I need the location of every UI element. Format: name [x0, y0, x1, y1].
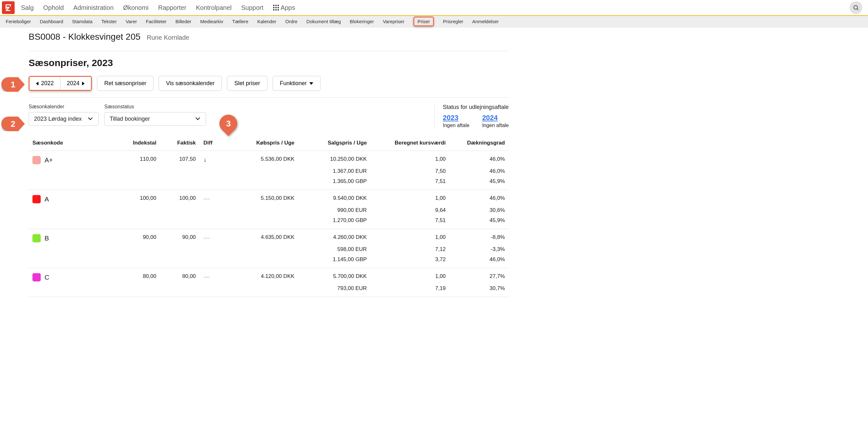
functions-dropdown[interactable]: Funktioner — [273, 76, 320, 91]
edit-season-prices-button[interactable]: Ret sæsonpriser — [97, 76, 154, 91]
prev-year-label: 2022 — [41, 80, 54, 87]
tab-ferieboliger[interactable]: Ferieboliger — [6, 17, 31, 26]
tab-ordre[interactable]: Ordre — [285, 17, 297, 26]
tab-blokeringer[interactable]: Blokeringer — [350, 17, 374, 26]
season-status-value: Tillad bookinger — [110, 115, 150, 122]
season-status-label: Sæsonstatus — [104, 104, 206, 110]
tab-billeder[interactable]: Billeder — [176, 17, 191, 26]
col-season: Sæsonkode — [29, 137, 101, 151]
cell-buy — [219, 215, 298, 229]
table-row: 1.365,00 GBP7,5145,9% — [29, 176, 509, 190]
cell-actual: 107,50 — [160, 151, 200, 166]
season-swatch — [32, 234, 41, 242]
menu-admin[interactable]: Administration — [73, 4, 114, 11]
prices-table: Sæsonkode Indekstal Faktisk Diff Købspri… — [29, 137, 509, 297]
cell-diff — [200, 176, 219, 190]
table-row: 990,00 EUR9,6430,6% — [29, 205, 509, 215]
season-code: B — [44, 234, 49, 242]
season-calendar-field: Sæsonkalender 2023 Lørdag index — [29, 104, 99, 126]
menu-rapporter[interactable]: Rapporter — [158, 4, 186, 11]
cell-index — [101, 244, 160, 255]
tab-dashboard[interactable]: Dashboard — [40, 17, 63, 26]
status-title: Status for udlejningsaftale — [443, 104, 509, 110]
tab-tekster[interactable]: Tekster — [101, 17, 117, 26]
tab-stamdata[interactable]: Stamdata — [72, 17, 93, 26]
cell-rate: 7,51 — [371, 176, 450, 190]
menu-apps-label: Apps — [281, 4, 296, 11]
delete-prices-button[interactable]: Slet priser — [227, 76, 268, 91]
season-code: C — [44, 273, 49, 281]
cell-buy: 4.635,00 DKK — [219, 229, 298, 245]
cell-coverage: -8,8% — [450, 229, 509, 245]
sub-nav: Ferieboliger Dashboard Stamdata Tekster … — [0, 16, 868, 27]
cell-buy — [219, 255, 298, 268]
col-index: Indekstal — [101, 137, 160, 151]
table-row: 1.270,00 GBP7,5145,9% — [29, 215, 509, 229]
season-calendar-select[interactable]: 2023 Lørdag index — [29, 112, 99, 126]
search-button[interactable] — [849, 1, 862, 14]
menu-salg[interactable]: Salg — [21, 4, 34, 11]
svg-point-9 — [854, 5, 858, 9]
cell-rate: 7,51 — [371, 215, 450, 229]
cell-actual — [160, 215, 200, 229]
cell-actual — [160, 176, 200, 190]
tab-faciliteter[interactable]: Faciliteter — [146, 17, 166, 26]
season-status-select[interactable]: Tillad bookinger — [104, 112, 206, 126]
table-row: A+ 110,00107,50↓5.536,00 DKK10.250,00 DK… — [29, 151, 509, 166]
menu-okonomi[interactable]: Økonomi — [123, 4, 149, 11]
tab-priser[interactable]: Priser — [413, 16, 434, 26]
cell-actual — [160, 166, 200, 176]
tab-mediearkiv[interactable]: Mediearkiv — [200, 17, 223, 26]
menu-kontrolpanel[interactable]: Kontrolpanel — [196, 4, 231, 11]
cell-coverage: 27,7% — [450, 268, 509, 284]
cell-rate: 9,64 — [371, 205, 450, 215]
callout-1: 1 — [1, 77, 25, 92]
callout-2: 2 — [1, 116, 25, 131]
tab-anmeldelser[interactable]: Anmeldelser — [472, 17, 499, 26]
menu-apps[interactable]: Apps — [273, 4, 296, 11]
tab-varepriser[interactable]: Varepriser — [383, 17, 404, 26]
title-divider — [29, 51, 509, 51]
dash-icon: — — [204, 234, 210, 241]
section-heading: Sæsonpriser, 2023 — [29, 58, 509, 68]
cell-actual: 90,00 — [160, 229, 200, 245]
tab-prisregler[interactable]: Prisregler — [443, 17, 463, 26]
top-menu-bar: Salg Ophold Administration Økonomi Rappo… — [0, 0, 868, 16]
top-menu: Salg Ophold Administration Økonomi Rappo… — [21, 4, 295, 11]
chevron-right-icon — [82, 81, 85, 86]
status-year-0-link[interactable]: 2023 — [443, 114, 470, 122]
cell-coverage: 46,0% — [450, 166, 509, 176]
show-season-calendar-button[interactable]: Vis sæsonkalender — [159, 76, 222, 91]
cell-index — [101, 255, 160, 268]
season-code-cell: A+ — [32, 156, 97, 164]
menu-ophold[interactable]: Ophold — [43, 4, 64, 11]
cell-diff — [200, 244, 219, 255]
page-content: BS0008 - Klokkesvinget 205 Rune Kornlade… — [0, 27, 509, 297]
next-year-button[interactable]: 2024 — [60, 77, 91, 90]
svg-rect-8 — [278, 9, 279, 10]
property-title: BS0008 - Klokkesvinget 205 — [29, 32, 141, 42]
cell-index: 80,00 — [101, 268, 160, 284]
col-actual: Faktisk — [160, 137, 200, 151]
tab-dokument-tillaeg[interactable]: Dokument tillæg — [307, 17, 341, 26]
cell-coverage: 45,9% — [450, 215, 509, 229]
cell-rate: 7,50 — [371, 166, 450, 176]
prev-year-button[interactable]: 2022 — [30, 77, 60, 90]
cell-rate: 3,72 — [371, 255, 450, 268]
cell-buy — [219, 283, 298, 297]
menu-support[interactable]: Support — [241, 4, 264, 11]
cell-diff — [200, 255, 219, 268]
tab-kalender[interactable]: Kalender — [257, 17, 276, 26]
status-year-1-link[interactable]: 2024 — [482, 114, 509, 122]
col-buy: Købspris / Uge — [219, 137, 298, 151]
app-logo[interactable] — [2, 1, 14, 14]
season-code: A — [44, 195, 49, 203]
selector-row: 2 Sæsonkalender 2023 Lørdag index Sæsons… — [29, 104, 509, 128]
chevron-down-icon — [309, 82, 313, 85]
cell-actual — [160, 255, 200, 268]
table-row: 1.145,00 GBP3,7246,0% — [29, 255, 509, 268]
tab-varer[interactable]: Varer — [126, 17, 137, 26]
status-year-1: 2024 Ingen aftale — [482, 114, 509, 128]
tab-taellere[interactable]: Tællere — [232, 17, 248, 26]
table-row: 793,00 EUR7,1930,7% — [29, 283, 509, 297]
